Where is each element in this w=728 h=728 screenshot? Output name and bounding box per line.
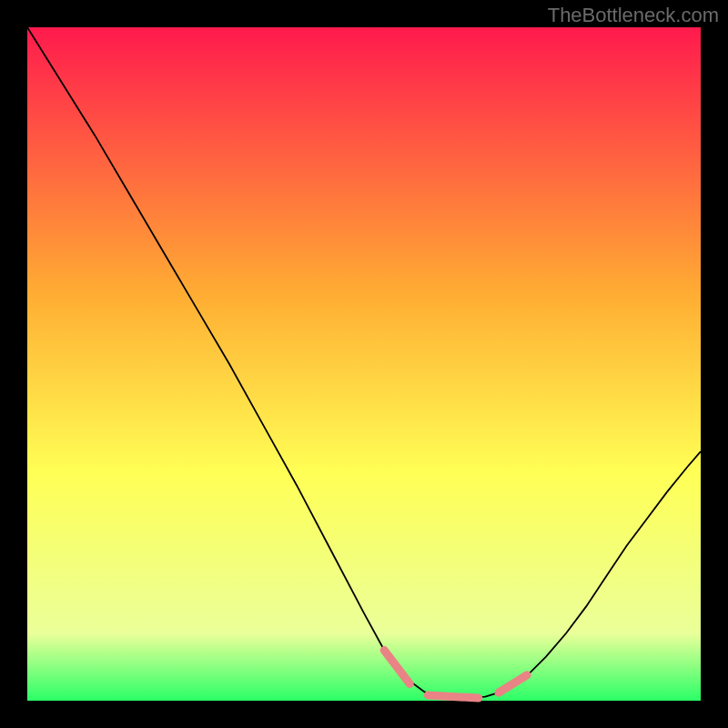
chart-background	[27, 27, 701, 701]
bottleneck-chart	[0, 0, 728, 728]
highlight-dash	[428, 695, 479, 698]
watermark-text: TheBottleneck.com	[548, 4, 719, 27]
